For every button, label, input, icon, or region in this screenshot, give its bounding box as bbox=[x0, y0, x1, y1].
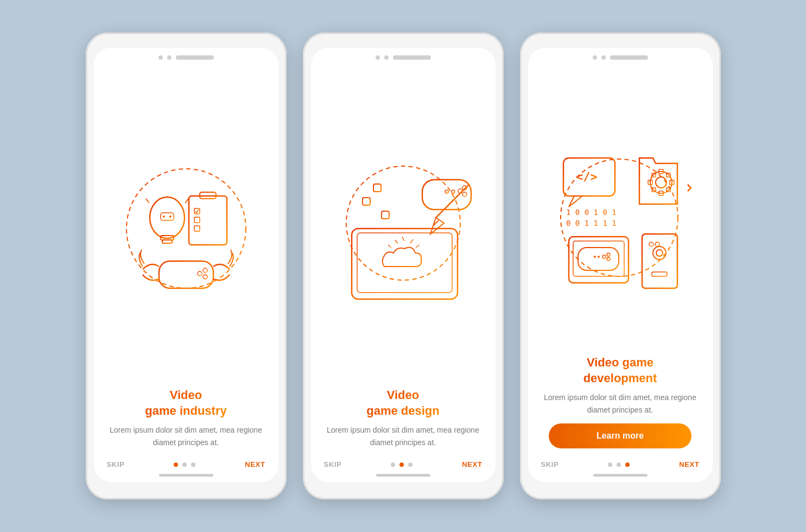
card-3-desc: Lorem ipsum dolor sit dim amet, mea regi… bbox=[541, 391, 700, 416]
svg-rect-71 bbox=[573, 241, 624, 276]
dots-2 bbox=[391, 463, 412, 467]
camera-dot-3b bbox=[601, 55, 606, 60]
svg-line-9 bbox=[146, 199, 149, 203]
svg-rect-45 bbox=[352, 229, 458, 299]
svg-point-59 bbox=[656, 177, 667, 188]
svg-marker-55 bbox=[569, 196, 582, 207]
svg-point-78 bbox=[607, 253, 610, 256]
text-area-3: Video game development Lorem ipsum dolor… bbox=[528, 355, 713, 454]
phone-1-inner: Video game industry Lorem ipsum dolor si… bbox=[94, 48, 278, 482]
learn-more-button[interactable]: Learn more bbox=[549, 423, 691, 448]
svg-line-47 bbox=[402, 237, 404, 241]
svg-line-11 bbox=[185, 199, 188, 203]
illustration-1 bbox=[105, 144, 268, 307]
svg-point-58 bbox=[650, 172, 672, 193]
svg-rect-74 bbox=[578, 248, 619, 270]
bottom-nav-3: SKIP NEXT bbox=[528, 454, 713, 474]
svg-point-87 bbox=[649, 242, 653, 246]
svg-point-0 bbox=[126, 169, 246, 288]
next-3[interactable]: NEXT bbox=[679, 460, 699, 468]
dots-1 bbox=[174, 463, 195, 467]
next-2[interactable]: NEXT bbox=[462, 460, 482, 468]
bottom-nav-2: SKIP NEXT bbox=[311, 454, 496, 474]
illustration-area-3: </> bbox=[528, 64, 713, 355]
illustration-2 bbox=[322, 144, 485, 307]
skip-2[interactable]: SKIP bbox=[324, 460, 342, 468]
next-1[interactable]: NEXT bbox=[245, 460, 265, 468]
svg-point-84 bbox=[656, 250, 663, 256]
phone-2-inner: Video game design Lorem ipsum dolor sit … bbox=[311, 48, 496, 482]
svg-rect-14 bbox=[194, 208, 200, 214]
svg-point-41 bbox=[452, 190, 455, 193]
skip-1[interactable]: SKIP bbox=[107, 460, 125, 468]
illustration-area-2 bbox=[311, 64, 496, 388]
card-2-desc: Lorem ipsum dolor sit dim amet, mea regi… bbox=[324, 424, 483, 448]
phone-1: Video game industry Lorem ipsum dolor si… bbox=[86, 33, 287, 499]
card-1-desc: Lorem ipsum dolor sit dim amet, mea regi… bbox=[107, 424, 265, 448]
speaker-3 bbox=[610, 55, 648, 60]
svg-point-79 bbox=[607, 257, 610, 261]
card-1-title: Video game industry bbox=[145, 388, 226, 419]
dot-3-1[interactable] bbox=[608, 463, 612, 467]
dot-1-3[interactable] bbox=[191, 463, 195, 467]
svg-point-6 bbox=[169, 216, 172, 218]
svg-text:1 0 0 1 0 1: 1 0 0 1 0 1 bbox=[566, 208, 617, 217]
svg-rect-16 bbox=[194, 217, 200, 223]
svg-text:0 0 1 1 1 1: 0 0 1 1 1 1 bbox=[566, 219, 617, 227]
svg-rect-18 bbox=[194, 226, 200, 231]
svg-rect-31 bbox=[363, 198, 370, 205]
svg-rect-3 bbox=[162, 240, 172, 243]
dot-1-2[interactable] bbox=[182, 463, 187, 467]
phone-3: </> bbox=[520, 33, 721, 499]
svg-point-24 bbox=[198, 271, 202, 276]
svg-rect-34 bbox=[422, 180, 471, 210]
speaker bbox=[176, 55, 214, 60]
svg-rect-33 bbox=[382, 211, 389, 219]
phone-1-top bbox=[94, 48, 278, 64]
speaker-2 bbox=[393, 55, 431, 60]
home-indicator-3 bbox=[593, 474, 648, 477]
text-area-1: Video game industry Lorem ipsum dolor si… bbox=[94, 388, 278, 454]
svg-point-40 bbox=[445, 190, 448, 193]
svg-rect-46 bbox=[357, 233, 452, 293]
dot-2-3[interactable] bbox=[408, 463, 412, 467]
phone-3-top bbox=[528, 48, 713, 64]
svg-point-26 bbox=[203, 275, 207, 279]
dots-3 bbox=[608, 463, 630, 467]
card-3-title: Video game development bbox=[583, 355, 657, 386]
svg-point-83 bbox=[653, 246, 666, 259]
card-2-title: Video game design bbox=[366, 388, 439, 419]
svg-line-49 bbox=[395, 240, 398, 244]
phone-3-inner: </> bbox=[528, 48, 713, 482]
phones-container: Video game industry Lorem ipsum dolor si… bbox=[86, 33, 721, 499]
dot-1-1[interactable] bbox=[174, 463, 178, 467]
dot-3-2[interactable] bbox=[617, 463, 621, 467]
camera-dot-2b bbox=[384, 55, 389, 60]
text-area-2: Video game design Lorem ipsum dolor sit … bbox=[311, 388, 496, 454]
illustration-area-1 bbox=[94, 64, 278, 388]
illustration-3: </> bbox=[539, 128, 702, 291]
svg-point-5 bbox=[163, 216, 165, 218]
phone-2-top bbox=[311, 48, 496, 64]
svg-line-51 bbox=[388, 245, 391, 248]
svg-point-77 bbox=[602, 255, 606, 258]
skip-3[interactable]: SKIP bbox=[541, 460, 559, 468]
dot-3-3[interactable] bbox=[625, 463, 630, 467]
bottom-nav-1: SKIP NEXT bbox=[94, 454, 278, 474]
camera-dot bbox=[158, 55, 163, 60]
svg-point-39 bbox=[462, 192, 467, 197]
svg-line-48 bbox=[410, 239, 413, 243]
svg-rect-86 bbox=[652, 272, 667, 276]
dot-2-1[interactable] bbox=[391, 463, 395, 467]
dot-2-2[interactable] bbox=[399, 463, 404, 467]
svg-text:</>: </> bbox=[576, 170, 598, 183]
svg-line-50 bbox=[416, 245, 420, 248]
svg-point-88 bbox=[655, 242, 659, 246]
svg-rect-29 bbox=[373, 184, 381, 192]
svg-point-81 bbox=[598, 256, 600, 258]
camera-dot-3a bbox=[593, 55, 597, 60]
camera-dot-2a bbox=[376, 55, 380, 60]
phone-2: Video game design Lorem ipsum dolor sit … bbox=[303, 33, 504, 499]
svg-point-25 bbox=[203, 268, 207, 273]
svg-marker-43 bbox=[430, 218, 444, 234]
